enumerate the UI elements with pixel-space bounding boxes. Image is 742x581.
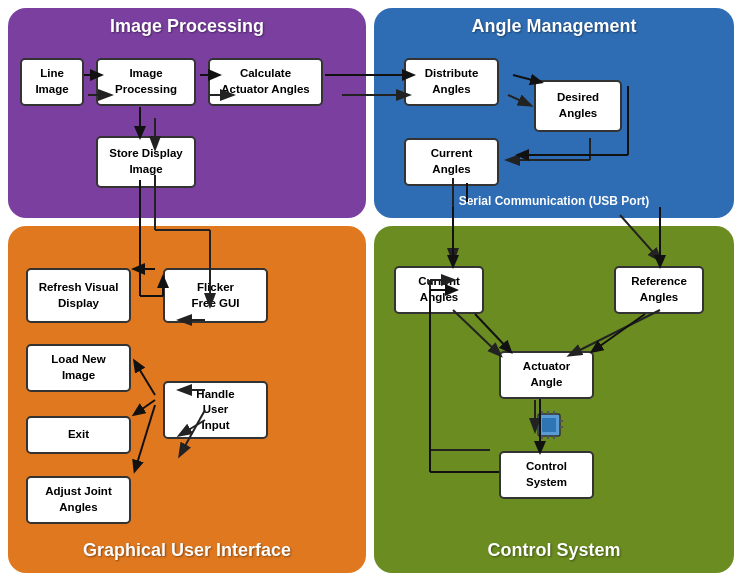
- box-reference-angles-cs: Reference Angles: [614, 266, 704, 314]
- box-load-new-image[interactable]: Load New Image: [26, 344, 131, 392]
- box-line-image: Line Image: [20, 58, 84, 106]
- panel-control-system: Control System Current Angles Reference …: [374, 226, 734, 573]
- box-flicker-free: Flicker Free GUI: [163, 268, 268, 323]
- box-desired-angles: Desired Angles: [534, 80, 622, 132]
- panel-angle-management: Angle Management Distribute Angles Desir…: [374, 8, 734, 218]
- box-refresh-display[interactable]: Refresh Visual Display: [26, 268, 131, 323]
- chip-icon-area: [524, 406, 574, 446]
- box-control-system-cs: Control System: [499, 451, 594, 499]
- cs-title: Control System: [374, 540, 734, 561]
- box-handle-user-input: Handle User Input: [163, 381, 268, 439]
- chip-icon: [530, 409, 568, 444]
- ip-title: Image Processing: [8, 16, 366, 37]
- svg-rect-1: [542, 418, 556, 432]
- box-image-processing: Image Processing: [96, 58, 196, 106]
- panel-gui: Graphical User Interface Refresh Visual …: [8, 226, 366, 573]
- am-title: Angle Management: [374, 16, 734, 37]
- gui-title: Graphical User Interface: [8, 540, 366, 561]
- box-distribute-angles: Distribute Angles: [404, 58, 499, 106]
- box-exit[interactable]: Exit: [26, 416, 131, 454]
- box-calc-actuator: Calculate Actuator Angles: [208, 58, 323, 106]
- box-current-angles-am: Current Angles: [404, 138, 499, 186]
- panel-image-processing: Image Processing Line Image Image Proces…: [8, 8, 366, 218]
- box-current-angles-cs: Current Angles: [394, 266, 484, 314]
- box-adjust-joint[interactable]: Adjust Joint Angles: [26, 476, 131, 524]
- box-actuator-angle: Actuator Angle: [499, 351, 594, 399]
- full-layout: Image Processing Line Image Image Proces…: [0, 0, 742, 581]
- serial-comm-label: Serial Communication (USB Port): [384, 194, 724, 208]
- box-store-display: Store Display Image: [96, 136, 196, 188]
